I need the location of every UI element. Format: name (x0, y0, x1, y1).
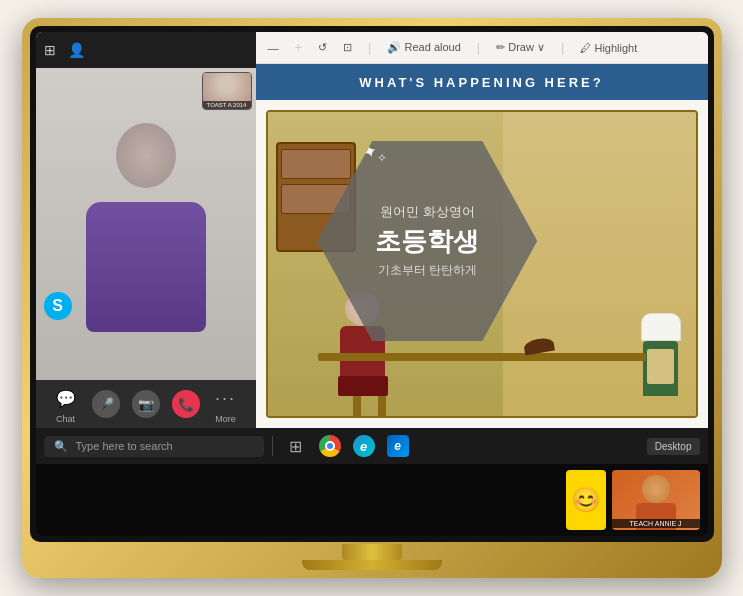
chrome-inner-circle (325, 441, 335, 451)
taskbar-separator (272, 436, 273, 456)
book-header-text: WHAT'S HAPPENING HERE? (359, 75, 603, 90)
end-call-button[interactable]: 📞 (172, 390, 200, 418)
more-label: More (215, 414, 236, 424)
skype-logo: S (44, 292, 72, 320)
more-icon: ··· (212, 384, 240, 412)
cobbler-apron (647, 349, 674, 384)
browser-icon-2[interactable]: e (349, 432, 379, 460)
thumb-label: TOAST A 2014 (203, 101, 251, 109)
edge-icon: e (353, 435, 375, 457)
person-head (116, 123, 176, 188)
chair-leg-2 (378, 396, 386, 416)
fit-button[interactable]: ⊡ (343, 41, 352, 54)
overlay-subtitle: 원어민 화상영어 (380, 203, 475, 221)
rotate-button[interactable]: ↺ (318, 41, 327, 54)
workbench (318, 353, 646, 361)
toolbar-sep-4: | (561, 40, 564, 55)
tv-screen: ⊞ 👤 S (36, 32, 708, 536)
teacher-figure (636, 475, 676, 525)
read-aloud-button[interactable]: 🔊 Read aloud (387, 41, 460, 54)
toolbar-sep-2: | (368, 40, 371, 55)
sparkle-icon-2: ✧ (377, 151, 387, 165)
windows-taskbar: 🔍 Type here to search ⊞ (36, 428, 708, 464)
chat-icon: 💬 (52, 384, 80, 412)
video-topbar: ⊞ 👤 (36, 32, 256, 68)
teacher-head (642, 475, 670, 503)
customer-legs (338, 376, 388, 396)
minimize-button[interactable]: — (268, 42, 279, 54)
person-icon[interactable]: 👤 (68, 42, 85, 58)
search-icon: 🔍 (54, 440, 68, 453)
camera-icon: 📷 (132, 390, 160, 418)
teacher-thumbnail: TEACH ANNIE J (612, 470, 700, 530)
stand-base (302, 560, 442, 570)
edge-new-logo: e (387, 435, 409, 457)
pdf-toolbar: — + ↺ ⊡ | 🔊 Read aloud | ✏ Draw ∨ | 🖊 Hi… (256, 32, 708, 64)
pdf-viewer-panel: — + ↺ ⊡ | 🔊 Read aloud | ✏ Draw ∨ | 🖊 Hi… (256, 32, 708, 428)
chat-button[interactable]: 💬 Chat (52, 384, 80, 424)
toolbar-sep-1: + (295, 40, 303, 55)
book-header: WHAT'S HAPPENING HERE? (256, 64, 708, 100)
overlay-hexagon-container: ✦ ✧ 원어민 화상영어 초등학생 기초부터 탄탄하게 (307, 131, 547, 351)
taskview-button[interactable]: ⊞ (281, 432, 311, 460)
participant-thumbnail: TOAST A 2014 (202, 72, 252, 110)
edge-new-icon[interactable]: e (383, 432, 413, 460)
stand-neck (342, 544, 402, 560)
emoji-thumbnail: 😊 (566, 470, 606, 530)
mic-icon: 🎤 (92, 390, 120, 418)
taskbar-apps: ⊞ e e (281, 432, 413, 460)
chat-label: Chat (56, 414, 75, 424)
cobbler-figure (641, 313, 681, 396)
video-main-area: S TOAST A 2014 (36, 68, 256, 380)
search-placeholder-text: Type here to search (76, 440, 173, 452)
grid-icon[interactable]: ⊞ (44, 42, 56, 58)
more-button[interactable]: ··· More (212, 384, 240, 424)
bottom-video-strip: 😊 TEACH ANNIE J (36, 464, 708, 536)
chair-leg-1 (353, 396, 361, 416)
cobbler-body (643, 341, 678, 396)
camera-button[interactable]: 📷 (132, 390, 160, 418)
mic-button[interactable]: 🎤 (92, 390, 120, 418)
tv-stand (302, 544, 442, 570)
overlay-hexagon: ✦ ✧ 원어민 화상영어 초등학생 기초부터 탄탄하게 (317, 141, 537, 341)
teacher-label: TEACH ANNIE J (612, 519, 700, 528)
draw-button[interactable]: ✏ Draw ∨ (496, 41, 545, 54)
overlay-description: 기초부터 탄탄하게 (378, 262, 477, 279)
toolbar-sep-3: | (477, 40, 480, 55)
person-body (86, 202, 206, 332)
screen-content: ⊞ 👤 S (36, 32, 708, 428)
end-call-icon: 📞 (172, 390, 200, 418)
video-controls-bar: 💬 Chat 🎤 📷 📞 ··· (36, 380, 256, 428)
overlay-main-title: 초등학생 (375, 227, 479, 256)
chrome-icon[interactable] (315, 432, 345, 460)
search-bar[interactable]: 🔍 Type here to search (44, 436, 264, 457)
taskbar-right: Desktop (647, 438, 700, 455)
tv-screen-border: ⊞ 👤 S (30, 26, 714, 542)
highlight-button[interactable]: 🖊 Highlight (580, 42, 637, 54)
cobbler-hat (641, 313, 681, 341)
video-call-panel: ⊞ 👤 S (36, 32, 256, 428)
tv-frame: ⊞ 👤 S (22, 18, 722, 578)
desktop-button[interactable]: Desktop (647, 438, 700, 455)
